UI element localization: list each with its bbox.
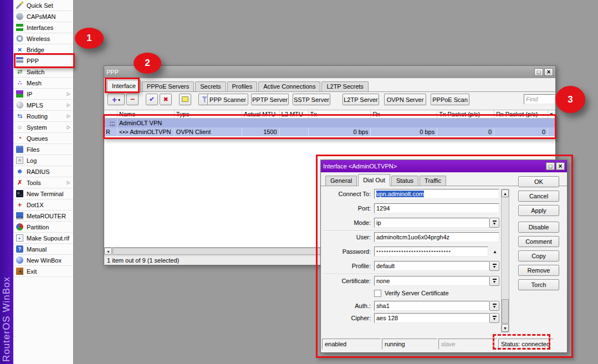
sidebar-item-quick-set[interactable]: Quick Set [13,0,73,11]
copy-button[interactable]: Copy [518,250,559,262]
sidebar-item-files[interactable]: Files [13,144,73,155]
flag-column-header[interactable] [104,110,117,119]
sidebar-item-switch[interactable]: Switch [13,66,73,78]
l2-mtu-column-header[interactable]: L2 MTU [280,110,309,119]
brand-vertical-text: RouterOS WinBox [1,276,12,362]
ovpn-server-button[interactable]: OVPN Server [384,94,426,105]
profile-dropdown-button[interactable] [489,261,499,271]
sidebar-item-capsman[interactable]: CAPsMAN [13,11,73,22]
sidebar-item-bridge[interactable]: Bridge [13,44,73,55]
find-input[interactable] [524,94,555,104]
sidebar-item-metarouter[interactable]: MetaROUTER [13,211,73,222]
sidebar-item-log[interactable]: Log [13,155,73,166]
sidebar-item-queues[interactable]: Queues [13,133,73,144]
sstp-server-button[interactable]: SSTP Server [293,94,330,105]
sidebar-item-dot1x[interactable]: Dot1X [13,199,73,211]
tab-pppoe-servers[interactable]: PPPoE Servers [142,81,194,91]
tab-l2tp-secrets[interactable]: L2TP Secrets [321,81,368,91]
mode-dropdown-button[interactable] [489,218,499,228]
sidebar-item-mesh[interactable]: Mesh [13,78,73,89]
ppp-window-titlebar[interactable]: PPP [104,66,555,78]
tab-secrets[interactable]: Secrets [195,81,226,91]
column-options-dropdown[interactable] [548,110,555,119]
profile-select[interactable]: default [374,261,489,271]
vertical-scrollbar[interactable] [501,189,509,332]
cipher-dropdown-button[interactable] [489,313,499,323]
tab-active-connections[interactable]: Active Connections [258,81,320,91]
password-input[interactable]: ****************************** [374,247,488,257]
cipher-select[interactable]: aes 128 [374,313,489,323]
certificate-dropdown-button[interactable] [489,276,499,286]
name-column-header[interactable]: Name [117,110,175,119]
cancel-button[interactable]: Cancel [518,191,559,202]
sidebar-item-exit[interactable]: Exit [13,266,73,277]
disable-button[interactable] [160,94,172,105]
remove-button[interactable]: Remove [518,265,559,276]
comment-text: AdminOLT VPN [117,119,555,127]
l2tp-server-button[interactable]: L2TP Server [343,94,379,105]
mode-select[interactable]: ip [374,218,489,228]
tab-profiles[interactable]: Profiles [227,81,258,91]
table-row-comment[interactable]: ;;; AdminOLT VPN [104,119,555,127]
table-row[interactable]: R <•> AdminOLTVPN OVPN Client 1500 0 bps… [104,127,555,136]
remove-button[interactable] [126,94,139,105]
rx-column-header[interactable]: Rx [371,110,437,119]
enable-button[interactable] [146,94,158,105]
disable-button[interactable]: Disable [518,222,559,233]
sidebar-item-make-supout[interactable]: Make Supout.rif [13,233,73,244]
scroll-down-button[interactable] [502,324,509,332]
tx-packet-column-header[interactable]: Tx Packet (p/s) [437,110,494,119]
certificate-select[interactable]: none [374,276,489,286]
sidebar-item-routing[interactable]: Routing [13,111,73,122]
actual-mtu-column-header[interactable]: Actual MTU [242,110,280,119]
dialog-titlebar[interactable]: Interface <AdminOLTVPN> [321,160,567,172]
sidebar-item-radius[interactable]: RADIUS [13,166,73,177]
row-name: <•> AdminOLTVPN [117,127,175,136]
sidebar-item-label: Dot1X [27,202,44,208]
row-actual-mtu: 1500 [242,127,280,136]
close-button[interactable] [544,68,553,76]
auth-dropdown-button[interactable] [489,301,499,311]
tab-dial-out[interactable]: Dial Out [358,174,390,186]
tab-status[interactable]: Status [391,176,418,186]
row-end-spacer [548,127,555,136]
tab-interface[interactable]: Interface [107,80,141,92]
sidebar-item-ip[interactable]: IP [13,89,73,100]
pppoe-scan-button[interactable]: PPPoE Scan [431,94,469,105]
tab-traffic[interactable]: Traffic [420,176,446,186]
tx-column-header[interactable]: Tx [309,110,371,119]
ppp-scanner-button[interactable]: PPP Scanner [207,94,248,105]
sidebar-item-tools[interactable]: Tools [13,177,73,188]
apply-button[interactable]: Apply [518,205,559,216]
maximize-button[interactable] [534,68,543,76]
sidebar-item-system[interactable]: System [13,122,73,133]
maximize-button[interactable] [546,162,555,170]
sidebar-item-partition[interactable]: Partition [13,222,73,233]
user-input[interactable] [374,232,499,242]
add-button[interactable] [108,94,125,105]
scrollbar-thumb[interactable] [502,299,509,324]
tab-general[interactable]: General [325,176,357,186]
pptp-server-button[interactable]: PPTP Server [251,94,289,105]
auth-select[interactable]: sha1 [374,301,489,311]
scroll-up-button[interactable] [502,189,509,197]
torch-button[interactable]: Torch [518,279,559,290]
password-reveal-toggle[interactable] [491,247,499,257]
sidebar-item-manual[interactable]: Manual [13,244,73,255]
sidebar-item-mpls[interactable]: MPLS [13,100,73,111]
scroll-left-button[interactable] [104,248,112,255]
sidebar-item-new-terminal[interactable]: New Terminal [13,188,73,199]
chevron-down-icon [118,96,120,102]
sidebar-item-ppp[interactable]: PPP [13,55,73,66]
sidebar-item-interfaces[interactable]: Interfaces [13,22,73,33]
connect-to-input[interactable]: vpn.adminolt.com [374,189,499,199]
sidebar-item-new-winbox[interactable]: New WinBox [13,255,73,266]
comment-button[interactable] [179,94,191,105]
close-button[interactable] [556,162,565,170]
rx-packet-column-header[interactable]: Rx Packet (p/s) [494,110,548,119]
comment-button[interactable]: Comment [518,236,559,247]
port-input[interactable] [374,203,499,213]
sidebar-item-wireless[interactable]: Wireless [13,33,73,44]
verify-cert-checkbox[interactable] [374,290,381,297]
type-column-header[interactable]: Type [175,110,242,119]
